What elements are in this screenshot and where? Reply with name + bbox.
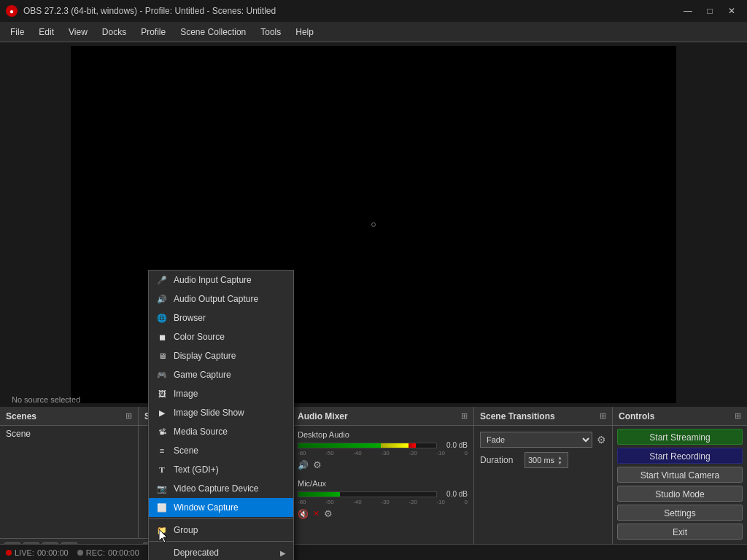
controls-title: Controls xyxy=(619,411,654,421)
color-source-icon: ◼ xyxy=(156,331,168,343)
menu-file[interactable]: File xyxy=(3,24,31,40)
context-menu: 🎤 Audio Input Capture 🔊 Audio Output Cap… xyxy=(148,270,294,560)
window-capture-icon: ⬜ xyxy=(156,502,168,513)
image-slideshow-icon: ▶ xyxy=(156,407,168,419)
transitions-dock-icon[interactable]: ⊞ xyxy=(600,411,606,421)
settings-button[interactable]: Settings xyxy=(617,505,743,521)
audio-dock-icon[interactable]: ⊞ xyxy=(461,411,468,421)
ctx-text-gdi[interactable]: T Text (GDI+) xyxy=(149,460,293,479)
scenes-panel: Scenes ⊞ Scene xyxy=(0,407,139,560)
duration-up-arrow[interactable]: ▲ xyxy=(557,455,562,460)
maximize-button[interactable]: □ xyxy=(700,4,719,18)
image-icon: 🖼 xyxy=(156,388,168,400)
duration-spinner[interactable]: 300 ms ▲ ▼ xyxy=(525,452,568,468)
text-gdi-icon: T xyxy=(156,464,168,475)
audio-input-icon: 🎤 xyxy=(156,274,168,286)
mic-aux-label: Mic/Aux xyxy=(298,479,468,488)
duration-down-arrow[interactable]: ▼ xyxy=(557,460,562,465)
ctx-deprecated[interactable]: Deprecated ▶ xyxy=(149,543,293,560)
transition-gear-icon[interactable]: ⚙ xyxy=(597,434,606,446)
desktop-audio-label: Desktop Audio xyxy=(298,430,468,439)
deprecated-arrow: ▶ xyxy=(280,549,286,557)
mic-meter-ticks: -60-50-40-30-20-100 xyxy=(298,499,468,505)
game-capture-icon: 🎮 xyxy=(156,369,168,381)
menu-tools[interactable]: Tools xyxy=(253,24,288,40)
start-virtual-camera-button[interactable]: Start Virtual Camera xyxy=(617,467,743,483)
ctx-group[interactable]: 📁 Group xyxy=(149,521,293,540)
window-controls: — □ ✕ xyxy=(678,4,741,18)
ctx-audio-input-capture[interactable]: 🎤 Audio Input Capture xyxy=(149,271,293,289)
fade-row: Fade Cut Swipe Slide ⚙ xyxy=(480,432,606,448)
live-dot xyxy=(6,550,12,556)
ctx-color-source[interactable]: ◼ Color Source xyxy=(149,327,293,346)
browser-icon: 🌐 xyxy=(156,312,168,324)
mic-aux-channel: Mic/Aux 0.0 dB -60-50-40-30-20-100 🔇 ✕ ⚙ xyxy=(292,475,473,524)
ctx-browser[interactable]: 🌐 Browser xyxy=(149,308,293,327)
status-bar: LIVE: 00:00:00 REC: 00:00:00 CPU: 1.0%, … xyxy=(0,544,747,560)
audio-mixer-header: Audio Mixer ⊞ xyxy=(292,407,473,426)
media-source-icon: 📽 xyxy=(156,426,168,438)
menu-scene-collection[interactable]: Scene Collection xyxy=(173,24,253,40)
audio-mixer-panel: Audio Mixer ⊞ Desktop Audio 0.0 dB -60-5… xyxy=(292,407,474,560)
ctx-game-capture[interactable]: 🎮 Game Capture xyxy=(149,365,293,384)
start-recording-button[interactable]: Start Recording xyxy=(617,448,743,464)
meter-red-segment xyxy=(409,443,415,448)
scenes-title: Scenes xyxy=(6,411,36,421)
ctx-image-slide-show[interactable]: ▶ Image Slide Show xyxy=(149,403,293,422)
desktop-audio-volume-icon[interactable]: 🔊 xyxy=(298,460,309,470)
desktop-audio-channel: Desktop Audio 0.0 dB -60-50-40-30-20-100… xyxy=(292,426,473,475)
scene-list-item[interactable]: Scene xyxy=(0,426,138,442)
studio-mode-button[interactable]: Studio Mode xyxy=(617,486,743,502)
rec-dot xyxy=(77,550,83,556)
ctx-media-source[interactable]: 📽 Media Source xyxy=(149,422,293,441)
scenes-header: Scenes ⊞ xyxy=(0,407,138,426)
app-icon: ● xyxy=(6,5,18,17)
menu-edit[interactable]: Edit xyxy=(31,24,61,40)
mic-aux-gear-icon[interactable]: ⚙ xyxy=(324,508,333,519)
live-status: LIVE: 00:00:00 xyxy=(6,548,69,557)
title-bar: ● OBS 27.2.3 (64-bit, windows) - Profile… xyxy=(0,0,747,22)
menu-view[interactable]: View xyxy=(61,24,95,40)
exit-button[interactable]: Exit xyxy=(617,524,743,540)
ctx-scene[interactable]: ≡ Scene xyxy=(149,441,293,460)
desktop-audio-db: 0.0 dB xyxy=(440,441,468,449)
close-button[interactable]: ✕ xyxy=(722,4,741,18)
desktop-audio-meter xyxy=(298,443,437,448)
desktop-audio-actions: 🔊 ⚙ xyxy=(298,459,468,470)
menu-profile[interactable]: Profile xyxy=(133,24,173,40)
menu-docks[interactable]: Docks xyxy=(95,24,133,40)
menu-bar: File Edit View Docks Profile Scene Colle… xyxy=(0,22,747,42)
start-streaming-button[interactable]: Start Streaming xyxy=(617,429,743,445)
display-capture-icon: 🖥 xyxy=(156,350,168,362)
minimize-button[interactable]: — xyxy=(678,4,697,18)
ctx-window-capture[interactable]: ⬜ Window Capture xyxy=(149,498,293,517)
menu-help[interactable]: Help xyxy=(288,24,321,40)
duration-row: Duration 300 ms ▲ ▼ xyxy=(480,452,606,468)
duration-arrows[interactable]: ▲ ▼ xyxy=(557,455,562,465)
controls-dock-icon[interactable]: ⊞ xyxy=(735,411,741,421)
ctx-image[interactable]: 🖼 Image xyxy=(149,384,293,403)
ctx-audio-output-capture[interactable]: 🔊 Audio Output Capture xyxy=(149,289,293,308)
ctx-video-capture-device[interactable]: 📷 Video Capture Device xyxy=(149,479,293,498)
mic-aux-actions: 🔇 ✕ ⚙ xyxy=(298,508,468,519)
scenes-dock-icon[interactable]: ⊞ xyxy=(125,411,132,421)
meter-ticks: -60-50-40-30-20-100 xyxy=(298,450,468,456)
transition-type-select[interactable]: Fade Cut Swipe Slide xyxy=(480,432,592,448)
transitions-title: Scene Transitions xyxy=(480,411,555,421)
no-source-label: No source selected xyxy=(6,392,86,407)
rec-status: REC: 00:00:00 xyxy=(77,548,139,557)
desktop-audio-controls: 0.0 dB xyxy=(298,441,468,449)
deprecated-icon xyxy=(156,547,168,559)
rec-time: 00:00:00 xyxy=(108,548,139,557)
ctx-display-capture[interactable]: 🖥 Display Capture xyxy=(149,346,293,365)
mic-aux-muted-icon[interactable]: 🔇 xyxy=(298,509,309,519)
desktop-audio-gear-icon[interactable]: ⚙ xyxy=(313,459,322,470)
live-time: 00:00:00 xyxy=(37,548,69,557)
preview-center-dot xyxy=(371,222,376,227)
transitions-header: Scene Transitions ⊞ xyxy=(474,407,612,426)
mic-aux-meter xyxy=(298,491,437,497)
video-capture-icon: 📷 xyxy=(156,483,168,494)
desktop-audio-bar xyxy=(298,443,436,448)
mic-mute-x: ✕ xyxy=(313,509,320,518)
scene-transitions-panel: Scene Transitions ⊞ Fade Cut Swipe Slide… xyxy=(474,407,613,560)
